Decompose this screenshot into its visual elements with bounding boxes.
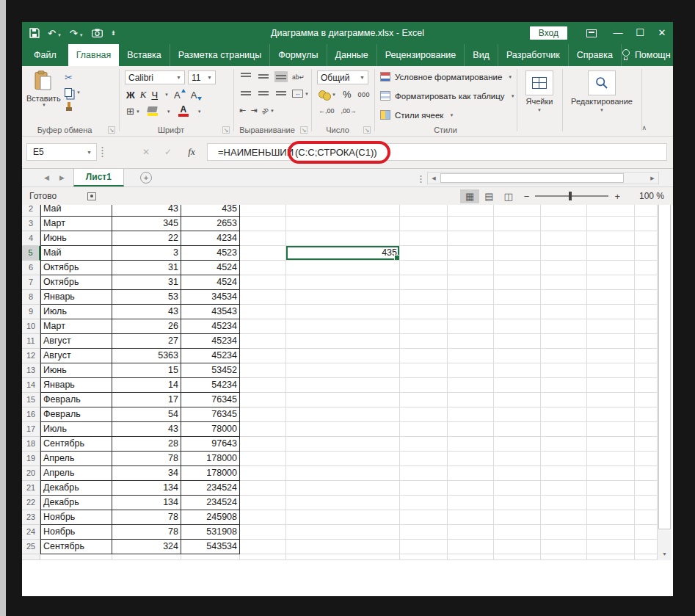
cell-D5[interactable]: [240, 246, 286, 261]
cell-B8[interactable]: 53: [112, 290, 181, 305]
cell-C15[interactable]: 76345: [181, 393, 240, 407]
cell-K24[interactable]: [635, 525, 657, 540]
cell-J6[interactable]: [587, 261, 635, 275]
cell-B10[interactable]: 26: [112, 319, 181, 334]
cell-K19[interactable]: [635, 452, 657, 466]
cell-I11[interactable]: [541, 334, 587, 349]
cell-F16[interactable]: [400, 407, 448, 422]
tab-Разметка страницы[interactable]: Разметка страницы: [170, 44, 270, 66]
comma-style-button[interactable]: 000: [358, 91, 371, 98]
cell-A16[interactable]: Февраль: [40, 407, 112, 422]
cell-I19[interactable]: [541, 452, 587, 466]
cell-B26[interactable]: [112, 554, 181, 560]
cell-F13[interactable]: [400, 363, 448, 378]
row-header-26[interactable]: [22, 554, 40, 560]
minimize-button[interactable]: —: [607, 22, 629, 44]
cell-F11[interactable]: [400, 334, 448, 349]
decrease-indent-button[interactable]: ⇤: [239, 106, 246, 115]
cell-A12[interactable]: Август: [40, 349, 112, 363]
cell-G14[interactable]: [448, 378, 494, 393]
cell-A20[interactable]: Апрель: [40, 466, 112, 481]
tab-Справка[interactable]: Справка: [569, 44, 622, 66]
align-middle-button[interactable]: [257, 71, 270, 82]
cell-D13[interactable]: [240, 363, 286, 378]
cell-D10[interactable]: [240, 319, 286, 334]
cell-G11[interactable]: [448, 334, 494, 349]
cell-B23[interactable]: 78: [112, 510, 181, 525]
cell-H17[interactable]: [494, 422, 541, 437]
cell-A18[interactable]: Сентябрь: [40, 437, 112, 452]
cell-G19[interactable]: [448, 452, 494, 466]
cell-E20[interactable]: [286, 466, 400, 481]
cell-I26[interactable]: [541, 554, 587, 560]
cell-B25[interactable]: 324: [112, 540, 181, 554]
row-header-17[interactable]: 17: [22, 422, 40, 437]
cell-G20[interactable]: [448, 466, 494, 481]
cell-A8[interactable]: Январь: [40, 290, 112, 305]
cell-H8[interactable]: [494, 290, 541, 305]
cell-D14[interactable]: [240, 378, 286, 393]
page-break-view-icon[interactable]: ◫: [499, 189, 518, 203]
cell-H16[interactable]: [494, 407, 541, 422]
cell-I16[interactable]: [541, 407, 587, 422]
alignment-dialog-launcher[interactable]: ↘: [300, 126, 308, 134]
cell-A9[interactable]: Июль: [40, 305, 112, 319]
insert-function-icon[interactable]: fx: [182, 143, 201, 161]
cell-D12[interactable]: [240, 349, 286, 363]
cell-E19[interactable]: [286, 452, 400, 466]
cell-E13[interactable]: [286, 363, 400, 378]
font-color-dropdown-icon[interactable]: ▼: [197, 109, 202, 114]
cell-I23[interactable]: [541, 510, 587, 525]
cell-C11[interactable]: 45234: [181, 334, 240, 349]
cell-E7[interactable]: [286, 275, 400, 290]
cell-D7[interactable]: [240, 275, 286, 290]
cell-B3[interactable]: 345: [112, 217, 181, 231]
cell-G10[interactable]: [448, 319, 494, 334]
cell-E6[interactable]: [286, 261, 400, 275]
cell-H15[interactable]: [494, 393, 541, 407]
cell-J15[interactable]: [587, 393, 635, 407]
cell-K12[interactable]: [635, 349, 657, 363]
cell-E5[interactable]: 435: [286, 246, 400, 261]
row-header-16[interactable]: 16: [22, 407, 40, 422]
cell-J7[interactable]: [587, 275, 635, 290]
cell-I10[interactable]: [541, 319, 587, 334]
cell-H24[interactable]: [494, 525, 541, 540]
cell-J17[interactable]: [587, 422, 635, 437]
cell-F24[interactable]: [400, 525, 448, 540]
decrease-decimal-button[interactable]: ,00→: [341, 107, 357, 115]
conditional-formatting-button[interactable]: Условное форматирование▼: [380, 72, 512, 81]
cells-button[interactable]: [525, 70, 553, 95]
zoom-slider[interactable]: [535, 195, 608, 197]
normal-view-icon[interactable]: ▦: [460, 189, 479, 203]
cell-A15[interactable]: Февраль: [40, 393, 112, 407]
cell-H25[interactable]: [494, 540, 541, 554]
cell-F19[interactable]: [400, 452, 448, 466]
undo-dropdown-icon[interactable]: ▼: [57, 33, 62, 37]
cell-I12[interactable]: [541, 349, 587, 363]
font-color-button[interactable]: А: [178, 106, 189, 117]
cell-I21[interactable]: [541, 481, 587, 496]
cell-I9[interactable]: [541, 305, 587, 319]
cell-D6[interactable]: [240, 261, 286, 275]
cell-C9[interactable]: 43543: [181, 305, 240, 319]
row-header-8[interactable]: 8: [22, 290, 40, 305]
cell-H26[interactable]: [494, 554, 541, 560]
cell-G4[interactable]: [448, 231, 494, 246]
number-format-combo[interactable]: Общий▼: [317, 70, 368, 84]
cell-I25[interactable]: [541, 540, 587, 554]
cell-F26[interactable]: [400, 554, 448, 560]
cell-I6[interactable]: [541, 261, 587, 275]
formula-input[interactable]: =НАИМЕНЬШИЙ(C:C;СТРОКА(C1)): [207, 143, 667, 161]
cell-C7[interactable]: 4524: [181, 275, 240, 290]
cell-K3[interactable]: [635, 217, 657, 231]
row-header-18[interactable]: 18: [22, 437, 40, 452]
cell-H19[interactable]: [494, 452, 541, 466]
editing-button[interactable]: [588, 70, 616, 95]
cell-A24[interactable]: Ноябрь: [40, 525, 112, 540]
cell-F5[interactable]: [400, 246, 448, 261]
font-size-combo[interactable]: 11▼: [188, 70, 216, 84]
cell-F7[interactable]: [400, 275, 448, 290]
cell-I13[interactable]: [541, 363, 587, 378]
cell-A19[interactable]: Апрель: [40, 452, 112, 466]
